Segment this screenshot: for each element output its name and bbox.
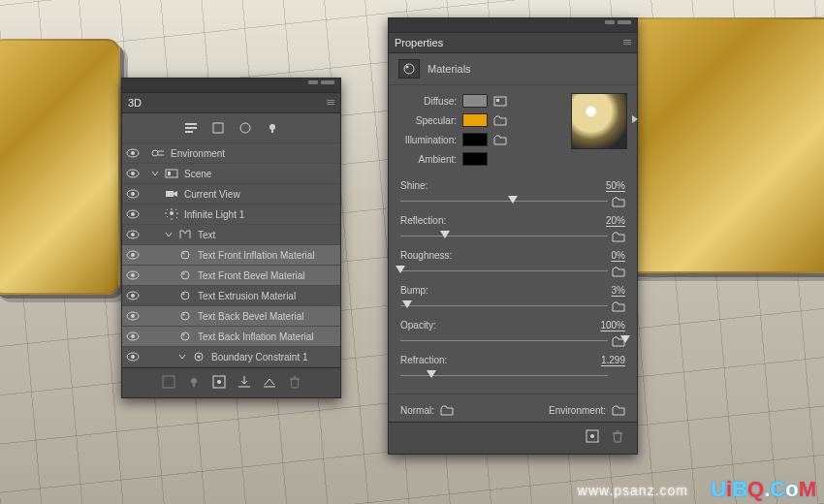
disclosure-triangle-icon[interactable] xyxy=(178,353,186,361)
ambient-swatch[interactable] xyxy=(462,152,488,166)
tree-row-label: Text Front Bevel Material xyxy=(198,270,305,281)
material-preview-sphere[interactable] xyxy=(571,93,627,149)
specular-texture-icon[interactable] xyxy=(493,114,507,126)
visibility-eye-icon[interactable] xyxy=(126,289,140,302)
visibility-eye-icon[interactable] xyxy=(126,207,140,221)
visibility-eye-icon[interactable] xyxy=(126,187,140,201)
visibility-eye-icon[interactable] xyxy=(126,228,140,241)
slider-shine: Shine:50% xyxy=(400,180,625,207)
slider-track[interactable] xyxy=(400,333,625,347)
materials-section-icon[interactable] xyxy=(398,59,420,79)
tree-row-label: Current View xyxy=(184,189,240,200)
slide-icon[interactable] xyxy=(262,374,277,390)
svg-point-18 xyxy=(131,212,135,216)
slider-thumb[interactable] xyxy=(508,196,518,204)
slider-value[interactable]: 100% xyxy=(600,320,625,331)
tree-row-mbb[interactable]: Text Back Bevel Material xyxy=(122,306,340,327)
slider-texture-icon[interactable] xyxy=(612,196,625,207)
slider-texture-icon[interactable] xyxy=(612,266,625,277)
slider-track[interactable] xyxy=(400,299,625,312)
normal-map-icon[interactable] xyxy=(440,404,454,416)
svg-point-35 xyxy=(131,314,135,318)
slider-value[interactable]: 0% xyxy=(612,250,625,261)
trash-icon[interactable] xyxy=(287,374,302,390)
illumination-texture-icon[interactable] xyxy=(493,134,507,145)
specular-swatch[interactable] xyxy=(462,113,488,127)
panel-tabbar[interactable] xyxy=(122,79,340,93)
tree-row-label: Scene xyxy=(184,169,211,179)
slider-texture-icon[interactable] xyxy=(612,335,625,347)
slider-track[interactable] xyxy=(400,229,625,242)
tree-row-light[interactable]: Infinite Light 1 xyxy=(122,205,340,225)
svg-rect-2 xyxy=(185,131,193,133)
panel-menu-icon[interactable] xyxy=(623,40,631,46)
slider-label: Shine: xyxy=(400,180,606,191)
slider-value[interactable]: 50% xyxy=(606,180,625,191)
slider-label: Roughness: xyxy=(400,250,612,261)
slider-value[interactable]: 1.299 xyxy=(601,355,625,365)
tree-row-label: Infinite Light 1 xyxy=(184,209,244,220)
slider-thumb[interactable] xyxy=(427,370,436,378)
camera-icon xyxy=(165,188,178,200)
visibility-eye-icon[interactable] xyxy=(126,350,140,363)
slider-label: Opacity: xyxy=(400,320,600,331)
environment-map-icon[interactable] xyxy=(612,404,625,416)
tree-row-mbi[interactable]: Text Back Inflation Material xyxy=(122,327,340,347)
diffuse-texture-icon[interactable] xyxy=(493,95,507,107)
slider-track[interactable] xyxy=(400,264,625,277)
tree-row-text[interactable]: Text xyxy=(122,225,340,245)
visibility-eye-icon[interactable] xyxy=(126,330,140,343)
tree-row-view[interactable]: Current View xyxy=(122,184,340,205)
panel-tabbar[interactable] xyxy=(389,18,637,33)
slider-track[interactable] xyxy=(400,194,625,207)
panel-properties-header[interactable]: Properties xyxy=(389,33,637,53)
tree-row-bc[interactable]: Boundary Constraint 1 xyxy=(122,347,340,367)
filter-whole-scene-icon[interactable] xyxy=(184,121,198,135)
panel-3d-title: 3D xyxy=(128,97,142,109)
material-swatches: Diffuse: Specular: Illumination: Ambient… xyxy=(389,85,637,171)
visibility-eye-icon[interactable] xyxy=(126,146,140,160)
light-toggle-icon[interactable] xyxy=(186,374,202,390)
render-icon[interactable] xyxy=(211,374,227,390)
slider-texture-icon[interactable] xyxy=(612,231,625,242)
material-icon xyxy=(178,310,192,322)
filter-material-icon[interactable] xyxy=(238,121,252,135)
tree-row-label: Text Front Inflation Material xyxy=(198,250,315,261)
svg-point-4 xyxy=(240,123,250,133)
tree-row-mex[interactable]: Text Extrusion Material xyxy=(122,286,340,306)
render-settings-icon[interactable] xyxy=(585,428,600,444)
filter-mesh-icon[interactable] xyxy=(211,121,225,135)
trash-icon[interactable] xyxy=(610,428,625,444)
visibility-eye-icon[interactable] xyxy=(126,309,140,323)
move-to-ground-icon[interactable] xyxy=(237,374,252,390)
slider-thumb[interactable] xyxy=(402,300,412,308)
diffuse-swatch[interactable] xyxy=(462,94,488,108)
slider-texture-icon[interactable] xyxy=(612,300,625,312)
disclosure-triangle-icon[interactable] xyxy=(165,231,173,238)
add-layer-icon[interactable] xyxy=(161,374,176,390)
slider-label: Refraction: xyxy=(400,355,601,365)
slider-value[interactable]: 3% xyxy=(612,285,625,296)
tree-row-env[interactable]: Environment xyxy=(122,143,340,164)
panel-3d-header[interactable]: 3D xyxy=(122,93,340,113)
tree-row-label: Text Back Inflation Material xyxy=(198,331,314,342)
slider-thumb[interactable] xyxy=(440,231,450,238)
environment-label: Environment: xyxy=(549,405,606,416)
tree-row-mfb[interactable]: Text Front Bevel Material xyxy=(122,266,340,286)
visibility-eye-icon[interactable] xyxy=(126,268,140,282)
panel-menu-icon[interactable] xyxy=(327,100,334,106)
filter-light-icon[interactable] xyxy=(266,121,279,135)
visibility-eye-icon[interactable] xyxy=(126,248,140,262)
illumination-swatch[interactable] xyxy=(462,133,488,146)
svg-rect-1 xyxy=(185,127,197,129)
tree-row-scene[interactable]: Scene xyxy=(122,164,340,184)
tree-row-mfi[interactable]: Text Front Inflation Material xyxy=(122,245,340,266)
svg-point-21 xyxy=(131,233,135,236)
disclosure-triangle-icon[interactable] xyxy=(151,170,159,177)
visibility-eye-icon[interactable] xyxy=(126,167,140,180)
slider-value[interactable]: 20% xyxy=(606,215,625,226)
slider-track[interactable] xyxy=(400,368,625,382)
preview-picker-caret-icon[interactable] xyxy=(632,115,638,123)
svg-point-56 xyxy=(590,434,594,438)
slider-thumb[interactable] xyxy=(396,266,405,273)
